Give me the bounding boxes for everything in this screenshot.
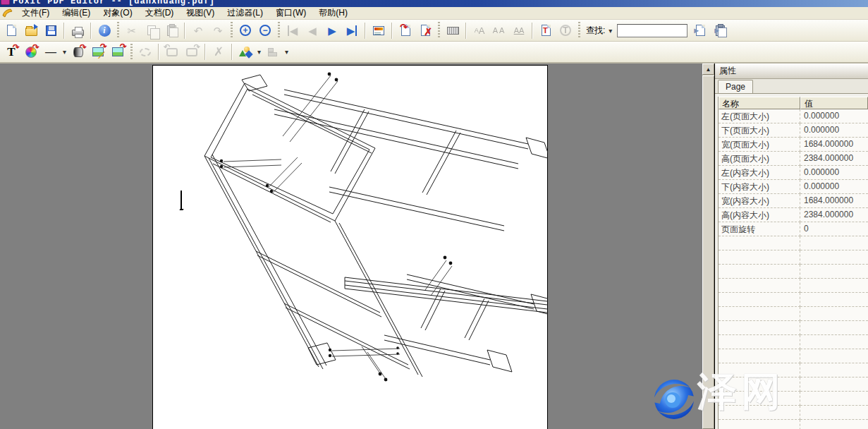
main-toolbar: i ✂ ↶ ↷ + − ◀ ◀ ▶ ▶ ↷ ✗ AA AA AA T T 查找:… bbox=[0, 20, 868, 42]
select-object-button[interactable] bbox=[136, 43, 154, 61]
edit-image-button[interactable]: ／↷ bbox=[89, 43, 107, 61]
print-button[interactable] bbox=[68, 21, 87, 40]
tab-page[interactable]: Page bbox=[718, 80, 753, 93]
search-input[interactable] bbox=[617, 24, 687, 37]
find-next-button[interactable]: ▸ bbox=[691, 21, 709, 40]
find-doc-arrow-icon: ▸ bbox=[714, 25, 719, 35]
table-row[interactable]: 下(页面大小)0.000000 bbox=[719, 123, 868, 138]
save-button[interactable] bbox=[42, 21, 60, 40]
zoom-in-button[interactable]: + bbox=[236, 21, 255, 40]
horizontal-spacing-button[interactable]: AA bbox=[510, 21, 528, 40]
window-title: Foxit PDF Editor -- [danxhuang.pdf] bbox=[13, 0, 215, 6]
table-row-empty bbox=[719, 307, 868, 321]
table-row[interactable]: 宽(内容大小)1684.000000 bbox=[719, 194, 868, 208]
table-row[interactable]: 页面旋转0 bbox=[719, 222, 868, 236]
add-color-button[interactable]: ↷ bbox=[22, 43, 40, 61]
document-canvas[interactable] bbox=[0, 64, 702, 429]
delete-object-button[interactable]: ✗ bbox=[209, 43, 228, 61]
menu-filter[interactable]: 过滤器(L) bbox=[221, 8, 269, 19]
line-dropdown-arrow[interactable]: ▾ bbox=[63, 48, 66, 56]
undo-icon: ↶ bbox=[194, 25, 203, 36]
menu-object[interactable]: 对象(O) bbox=[97, 8, 138, 19]
add-shading-arrow-icon: ↷ bbox=[80, 42, 87, 52]
align-dropdown-arrow[interactable]: ▾ bbox=[285, 48, 288, 56]
insert-text-t-icon: T bbox=[543, 26, 548, 35]
document-menu-icon[interactable] bbox=[1, 8, 13, 18]
scrollbar-thumb[interactable] bbox=[702, 75, 714, 429]
keyboard-icon bbox=[447, 27, 459, 35]
menu-document[interactable]: 文档(D) bbox=[139, 8, 181, 19]
info-icon: i bbox=[99, 25, 111, 37]
rotate-object-right-button[interactable]: ↷ bbox=[183, 43, 201, 61]
vertical-scrollbar[interactable]: ▲ bbox=[702, 64, 714, 429]
document-info-button[interactable]: i bbox=[95, 21, 114, 40]
menu-edit[interactable]: 编辑(E) bbox=[56, 8, 97, 19]
find-dropdown-arrow[interactable]: ▾ bbox=[609, 27, 612, 35]
table-row[interactable]: 宽(页面大小)1684.000000 bbox=[719, 138, 868, 152]
first-page-button[interactable]: ◀ bbox=[283, 21, 302, 40]
find-in-document-button[interactable]: ▸ bbox=[711, 21, 729, 40]
menu-file[interactable]: 文件(F) bbox=[16, 8, 56, 19]
vertical-spacing-button[interactable]: AA bbox=[490, 21, 508, 40]
font-size-button[interactable]: AA bbox=[470, 21, 489, 40]
delete-page-button[interactable]: ✗ bbox=[416, 21, 434, 40]
last-page-icon: ▶ bbox=[347, 25, 357, 36]
cut-button[interactable]: ✂ bbox=[123, 21, 141, 40]
pdf-page[interactable] bbox=[152, 65, 548, 429]
menu-view[interactable]: 视图(V) bbox=[180, 8, 221, 19]
paste-icon bbox=[167, 25, 176, 36]
find-next-arrow-icon: ▸ bbox=[694, 25, 698, 35]
shapes-dropdown-arrow[interactable]: ▾ bbox=[257, 48, 261, 56]
text-mode-button[interactable]: T bbox=[556, 21, 575, 40]
redo-button[interactable]: ↷ bbox=[209, 21, 227, 40]
line-tool-button[interactable]: — bbox=[42, 43, 60, 61]
insert-text-button[interactable]: T bbox=[537, 21, 555, 40]
first-page-icon: ◀ bbox=[288, 25, 298, 36]
add-shading-button[interactable]: ↷ bbox=[69, 43, 87, 61]
new-document-icon bbox=[7, 25, 16, 36]
rotate-page-button[interactable]: ↷ bbox=[396, 21, 415, 40]
column-header-value[interactable]: 值 bbox=[800, 97, 868, 109]
align-objects-button[interactable] bbox=[264, 43, 282, 61]
copy-button[interactable] bbox=[142, 21, 161, 40]
column-header-name[interactable]: 名称 bbox=[719, 97, 800, 109]
table-row-empty bbox=[719, 250, 868, 265]
paste-button[interactable] bbox=[162, 21, 181, 40]
table-row[interactable]: 左(内容大小)0.000000 bbox=[719, 166, 868, 180]
horizontal-spacing-icon: AA bbox=[514, 26, 525, 35]
new-document-button[interactable] bbox=[2, 21, 20, 40]
table-row[interactable]: 左(页面大小)0.000000 bbox=[719, 109, 868, 123]
properties-panel-title: 属性 bbox=[715, 64, 868, 79]
menu-bar: 文件(F) 编辑(E) 对象(O) 文档(D) 视图(V) 过滤器(L) 窗口(… bbox=[0, 7, 868, 20]
menu-help[interactable]: 帮助(H) bbox=[312, 8, 354, 19]
undo-button[interactable]: ↶ bbox=[189, 21, 207, 40]
previous-page-icon: ◀ bbox=[308, 25, 317, 36]
rotate-arrow-icon: ↷ bbox=[400, 22, 408, 32]
table-row-empty bbox=[719, 265, 868, 279]
table-row-empty bbox=[719, 279, 868, 293]
add-image-button[interactable]: ↷ bbox=[109, 43, 127, 61]
open-button[interactable] bbox=[22, 21, 40, 40]
watermark-logo-icon bbox=[649, 374, 699, 425]
table-row[interactable]: 高(内容大小)2384.000000 bbox=[719, 208, 868, 222]
scroll-up-button[interactable]: ▲ bbox=[702, 64, 714, 75]
table-row-empty bbox=[719, 420, 868, 429]
next-page-icon: ▶ bbox=[328, 25, 336, 36]
font-large-icon: A bbox=[479, 25, 485, 36]
keyboard-input-button[interactable] bbox=[444, 21, 462, 40]
table-row[interactable]: 高(页面大小)2384.000000 bbox=[719, 152, 868, 166]
insert-shape-button[interactable] bbox=[236, 43, 255, 61]
menu-window[interactable]: 窗口(W) bbox=[269, 8, 312, 19]
previous-page-button[interactable]: ◀ bbox=[303, 21, 322, 40]
add-text-button[interactable]: T↷ bbox=[2, 43, 20, 61]
rotate-object-left-button[interactable]: ↶ bbox=[163, 43, 181, 61]
table-row[interactable]: 下(内容大小)0.000000 bbox=[719, 180, 868, 194]
next-page-button[interactable]: ▶ bbox=[323, 21, 341, 40]
copy-icon bbox=[147, 25, 156, 35]
zoom-out-icon: − bbox=[259, 25, 271, 36]
page-layout-button[interactable] bbox=[369, 21, 388, 40]
last-page-button[interactable]: ▶ bbox=[343, 21, 361, 40]
zoom-out-button[interactable]: − bbox=[256, 21, 274, 40]
title-bar[interactable]: Foxit PDF Editor -- [danxhuang.pdf] bbox=[0, 0, 868, 7]
table-row-empty bbox=[719, 236, 868, 250]
